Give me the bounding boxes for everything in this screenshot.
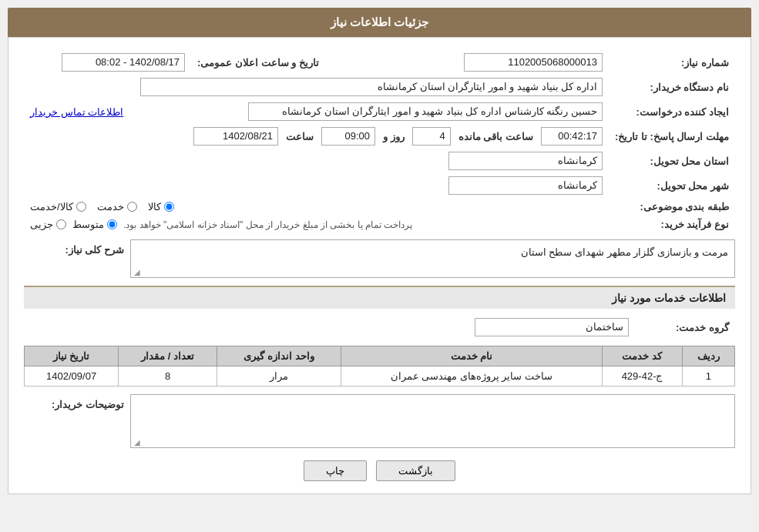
general-desc-value: مرمت و بازسازی گلزار مطهر شهدای سطح استا…	[134, 243, 731, 261]
time-label: ساعت	[286, 131, 314, 142]
city-value: کرمانشاه	[448, 176, 603, 195]
category-kala-item[interactable]: کالا	[148, 201, 174, 212]
need-number-box: 1102005068000013	[464, 53, 603, 72]
requester-label: ایجاد کننده درخواست:	[609, 99, 735, 124]
category-kala-label: کالا	[148, 201, 161, 212]
col-code: کد خدمت	[602, 346, 682, 366]
public-date-label: تاریخ و ساعت اعلان عمومی:	[191, 50, 325, 75]
general-desc-container: مرمت و بازسازی گلزار مطهر شهدای سطح استا…	[130, 239, 735, 278]
buyer-desc-container: ◢	[130, 394, 735, 448]
cell-unit: مرار	[217, 366, 341, 386]
purchase-motovaset-item[interactable]: متوسط	[72, 219, 117, 230]
purchase-jozee-item[interactable]: جزیی	[30, 219, 66, 230]
services-table: ردیف کد خدمت نام خدمت واحد اندازه گیری ت…	[24, 346, 735, 386]
cell-date: 1402/09/07	[25, 366, 119, 386]
buyer-resize-handle[interactable]: ◢	[133, 438, 140, 446]
remaining-label-text: ساعت باقی مانده	[458, 131, 533, 142]
services-section-title: اطلاعات خدمات مورد نیاز	[24, 286, 735, 309]
public-date-value: 1402/08/17 - 08:02	[24, 50, 191, 75]
table-row: 1ج-42-429ساخت سایر پروژه‌های مهندسی عمرا…	[25, 366, 735, 386]
province-label: استان محل تحویل:	[609, 149, 735, 173]
page-title: جزئیات اطلاعات نیاز	[331, 15, 428, 28]
send-deadline-label: مهلت ارسال پاسخ: تا تاریخ:	[609, 124, 735, 149]
print-button[interactable]: چاپ	[304, 460, 367, 481]
purchase-motovaset-label: متوسط	[72, 219, 104, 230]
category-kala-khadamat-item[interactable]: کالا/خدمت	[30, 201, 86, 212]
deadline-date: 1402/08/21	[193, 127, 278, 146]
category-kala-khadamat-label: کالا/خدمت	[30, 201, 73, 212]
buyer-desc-value	[134, 398, 731, 404]
deadline-remaining: 00:42:17	[541, 127, 603, 146]
buyer-org-label: نام دستگاه خریدار:	[609, 75, 735, 99]
province-value: کرمانشاه	[448, 152, 603, 170]
buyer-desc-label: توضیحات خریدار:	[24, 394, 124, 410]
deadline-days: 4	[412, 127, 451, 146]
purchase-type-note: پرداخت تمام یا بخشی از مبلغ خریدار از مح…	[123, 219, 412, 230]
purchase-motovaset-radio[interactable]	[107, 219, 117, 229]
col-qty: تعداد / مقدار	[119, 346, 217, 366]
service-group-label: گروه خدمت:	[635, 315, 735, 340]
page-header: جزئیات اطلاعات نیاز	[8, 8, 751, 37]
public-date-box: 1402/08/17 - 08:02	[62, 53, 185, 72]
category-radio-group: کالا/خدمت خدمت کالا	[30, 201, 603, 212]
col-unit: واحد اندازه گیری	[217, 346, 341, 366]
purchase-jozee-label: جزیی	[30, 219, 53, 230]
days-label: روز و	[383, 131, 405, 142]
category-label: طبقه بندی موضوعی:	[609, 198, 735, 216]
back-button[interactable]: بازگشت	[376, 460, 455, 481]
cell-name: ساخت سایر پروژه‌های مهندسی عمران	[341, 366, 603, 386]
category-khadamat-radio[interactable]	[127, 202, 137, 212]
purchase-type-label: نوع فرآیند خرید:	[609, 216, 735, 233]
category-khadamat-label: خدمت	[97, 201, 124, 212]
deadline-time: 09:00	[321, 127, 375, 146]
purchase-jozee-radio[interactable]	[56, 219, 66, 229]
category-khadamat-item[interactable]: خدمت	[97, 201, 137, 212]
contact-link[interactable]: اطلاعات تماس خریدار	[30, 106, 123, 118]
button-bar: بازگشت چاپ	[24, 460, 735, 481]
resize-handle[interactable]: ◢	[133, 268, 140, 276]
col-date: تاریخ نیاز	[25, 346, 119, 366]
cell-row: 1	[682, 366, 734, 386]
col-row: ردیف	[682, 346, 734, 366]
need-number-label: شماره نیاز:	[609, 50, 735, 75]
category-kala-radio[interactable]	[164, 202, 174, 212]
cell-qty: 8	[119, 366, 217, 386]
general-desc-label: شرح کلی نیاز:	[24, 239, 124, 256]
cell-code: ج-42-429	[602, 366, 682, 386]
buyer-org-value: اداره کل بنیاد شهید و امور ایثارگران است…	[140, 78, 603, 96]
requester-value: حسین رنگنه کارشناس اداره کل بنیاد شهید و…	[248, 102, 603, 121]
city-label: شهر محل تحویل:	[609, 173, 735, 198]
need-number-value: 1102005068000013	[341, 50, 609, 75]
col-name: نام خدمت	[341, 346, 603, 366]
service-group-value: ساختمان	[475, 318, 629, 336]
category-kala-khadamat-radio[interactable]	[76, 202, 86, 212]
